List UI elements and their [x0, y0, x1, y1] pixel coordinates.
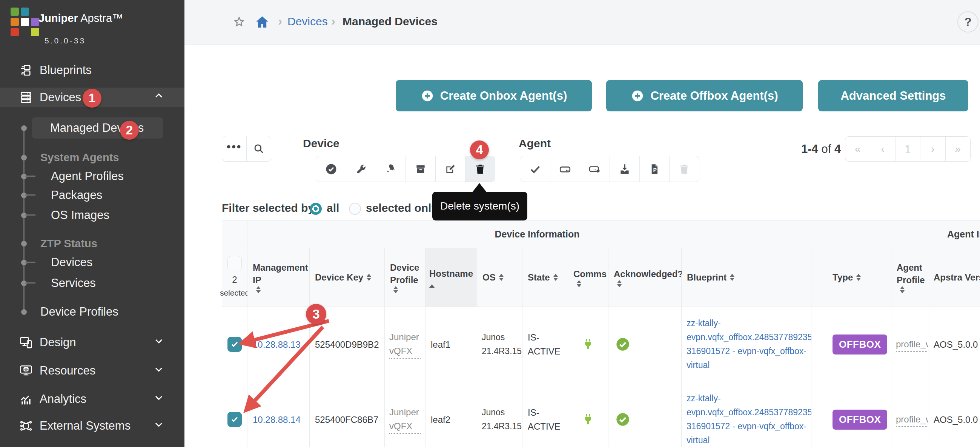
- deploy-button[interactable]: [376, 156, 406, 182]
- home-icon[interactable]: [254, 14, 270, 32]
- sidebar-item-ztp-status: ZTP Status: [0, 234, 185, 253]
- column-header-management-ip[interactable]: Management IP: [247, 248, 310, 307]
- sidebar-item-managed-devices[interactable]: Managed Devices: [32, 117, 163, 139]
- filter-all-label[interactable]: all: [327, 201, 339, 214]
- sidebar-item-agent-profiles[interactable]: Agent Profiles: [0, 166, 185, 186]
- selected-count: 2: [232, 273, 237, 286]
- device-toolbar: [316, 156, 495, 182]
- blueprint-link[interactable]: zz-ktally-evpn.vqfx_offbox.2485377892354…: [687, 391, 820, 447]
- select-all-checkbox[interactable]: [228, 256, 242, 270]
- filter-label: Filter selected by: [222, 201, 314, 214]
- sidebar-item-blueprints[interactable]: Blueprints: [0, 61, 185, 80]
- favorite-star-icon[interactable]: [232, 15, 246, 31]
- sidebar-item-os-images[interactable]: OS Images: [0, 205, 185, 225]
- search-icon: [252, 142, 265, 155]
- group-header-spacer: [222, 220, 247, 248]
- ellipsis-icon: •••: [227, 140, 242, 157]
- more-options-button[interactable]: •••: [222, 136, 246, 161]
- install-image-button[interactable]: [609, 156, 640, 182]
- spacer-cell: [811, 382, 827, 447]
- filter-selected-only-label[interactable]: selected only: [366, 201, 438, 214]
- search-button[interactable]: [246, 136, 271, 161]
- row-checkbox-checked[interactable]: [228, 337, 242, 352]
- blueprint-link[interactable]: zz-ktally-evpn.vqfx_offbox.2485377892354…: [687, 316, 820, 372]
- sort-icon: [730, 274, 735, 281]
- tree-dot: [21, 125, 27, 131]
- agent-check-button[interactable]: [520, 156, 550, 182]
- sidebar-item-services[interactable]: Services: [0, 273, 185, 293]
- plug-connected-icon: [581, 337, 595, 351]
- sidebar-item-ztp-devices[interactable]: Devices: [0, 252, 185, 272]
- filter-all-radio[interactable]: [310, 203, 322, 215]
- server-drive-icon: [558, 162, 572, 176]
- button-label: Create Offbox Agent(s): [650, 89, 778, 103]
- last-page-button[interactable]: »: [945, 137, 970, 161]
- table-row-checkbox-cell: [222, 307, 247, 382]
- help-button[interactable]: ?: [958, 11, 978, 32]
- uninstall-agent-button[interactable]: [580, 156, 609, 182]
- svg-text:P: P: [653, 167, 657, 173]
- column-header-type[interactable]: Type: [827, 248, 891, 307]
- acknowledge-button[interactable]: [316, 156, 346, 182]
- column-header-os[interactable]: OS: [477, 248, 522, 307]
- offbox-badge: OFFBOX: [832, 410, 887, 429]
- next-page-button[interactable]: ›: [920, 137, 945, 161]
- column-header-comms[interactable]: Comms: [568, 248, 608, 307]
- decommission-button[interactable]: [406, 156, 435, 182]
- filter-selected-only-radio[interactable]: [349, 203, 361, 215]
- sidebar-item-design[interactable]: Design: [0, 333, 185, 352]
- sidebar: Juniper Apstra™ 5.0.0-33 Blueprints Devi…: [0, 0, 185, 447]
- column-header-device-key[interactable]: Device Key: [310, 248, 385, 307]
- column-header-hostname[interactable]: Hostname: [425, 248, 477, 307]
- maintenance-button[interactable]: [346, 156, 376, 182]
- column-header-apstra-version[interactable]: Apstra Version: [928, 248, 980, 307]
- device-profile-cell: Juniper vQFX: [385, 307, 425, 382]
- acknowledge-icon: [325, 163, 337, 176]
- rocket-icon: [385, 163, 397, 175]
- delete-systems-button[interactable]: [465, 156, 495, 182]
- agent-profile-cell: profile_vqfx: [891, 307, 928, 382]
- state-cell: IS-ACTIVE: [522, 382, 568, 447]
- blueprint-cell: zz-ktally-evpn.vqfx_offbox.2485377892354…: [682, 382, 811, 447]
- install-agent-button[interactable]: [550, 156, 580, 182]
- apstra-version-cell: AOS_5.0.0: [928, 307, 980, 382]
- column-header-agent-profile[interactable]: Agent Profile: [891, 248, 928, 307]
- row-checkbox-checked[interactable]: [228, 412, 242, 427]
- create-offbox-agents-button[interactable]: Create Offbox Agent(s): [606, 80, 803, 112]
- column-header-blueprint[interactable]: Blueprint: [682, 248, 811, 307]
- sidebar-item-device-profiles[interactable]: Device Profiles: [0, 302, 185, 322]
- advanced-settings-button[interactable]: Advanced Settings: [818, 80, 968, 112]
- create-onbox-agents-button[interactable]: Create Onbox Agent(s): [396, 80, 592, 112]
- sidebar-item-resources[interactable]: Resources: [0, 361, 185, 380]
- pagination-range: 1-4 of 4: [801, 142, 841, 156]
- prev-page-button[interactable]: ‹: [870, 137, 895, 161]
- breadcrumb-devices-link[interactable]: Devices: [288, 15, 328, 28]
- annotation-step-3: 3: [306, 304, 326, 324]
- comms-cell: [568, 382, 608, 447]
- hostname-cell: leaf2: [425, 382, 477, 447]
- column-header-acknowledged[interactable]: Acknowledged?: [608, 248, 682, 307]
- sort-icon: [554, 274, 558, 281]
- edit-icon: [444, 163, 457, 175]
- acknowledged-check-icon: [615, 412, 630, 427]
- select-all-header: 2 selected: [222, 248, 247, 307]
- management-ip-link[interactable]: 10.28.88.14: [253, 413, 301, 426]
- plug-connected-icon: [581, 413, 595, 426]
- current-page-button[interactable]: 1: [895, 137, 920, 161]
- os-cell: Junos 21.4R3.15: [477, 382, 522, 447]
- agent-delete-button-disabled[interactable]: [669, 156, 699, 182]
- first-page-button[interactable]: «: [845, 137, 870, 161]
- management-ip-link[interactable]: 10.28.88.13: [253, 337, 301, 351]
- agent-profile-button[interactable]: P: [640, 156, 669, 182]
- devices-icon: [18, 90, 34, 105]
- sidebar-item-packages[interactable]: Packages: [0, 185, 185, 205]
- page-number: 1: [905, 143, 911, 155]
- external-systems-icon: [18, 419, 34, 433]
- sidebar-item-analytics[interactable]: Analytics: [0, 389, 185, 409]
- sort-icon: [617, 280, 622, 287]
- check-icon: [529, 163, 542, 176]
- sidebar-item-external-systems[interactable]: External Systems: [0, 416, 185, 436]
- column-header-device-profile[interactable]: Device Profile: [385, 248, 425, 307]
- column-header-state[interactable]: State: [522, 248, 568, 307]
- edit-button[interactable]: [435, 156, 465, 182]
